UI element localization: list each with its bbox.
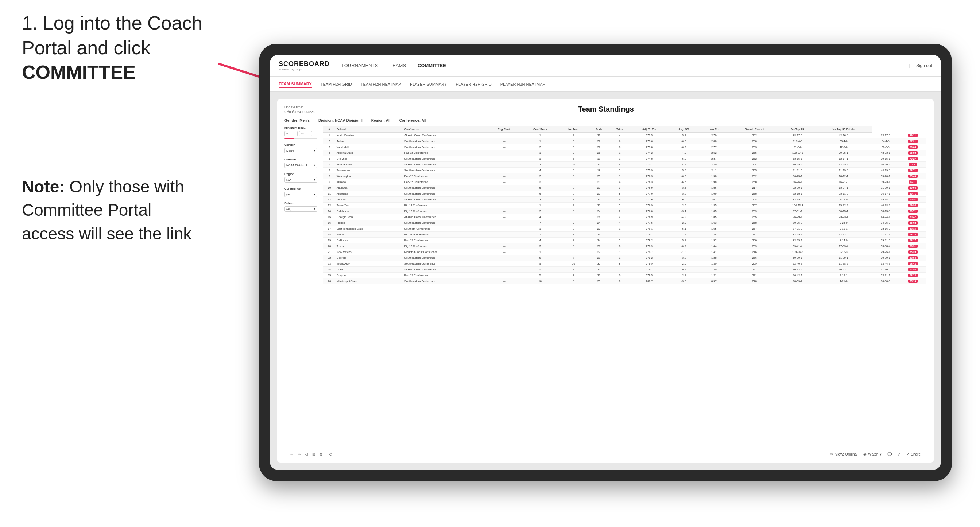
- comment-btn[interactable]: 💬: [887, 452, 892, 456]
- chevron-down-icon-3: ▾: [314, 178, 315, 181]
- toolbar-right: 👁 View: Original ◉ Watch ▾ 💬 ⤢: [830, 452, 921, 456]
- table-row: 12VirginiaAtlantic Coast Conference—3821…: [323, 197, 926, 203]
- school-select[interactable]: (All) ▾: [285, 206, 317, 212]
- comment-icon: 💬: [887, 452, 892, 456]
- table-row: 9ArizonaPac-12 Conference—38234276.3-6.6…: [323, 179, 926, 185]
- instruction-step: 1. Log into the Coach Portal and click C…: [22, 11, 226, 85]
- bottom-toolbar: ↩ ↪ ◁ ⊞ ⊕ · ⏱ 👁 View: Original ◉: [285, 449, 926, 459]
- nav-teams[interactable]: TEAMS: [390, 61, 406, 70]
- table-row: 6Florida StateAtlantic Coast Conference—…: [323, 162, 926, 168]
- sub-nav-player-h2h-heatmap[interactable]: PLAYER H2H HEATMAP: [500, 81, 545, 88]
- division-select-value: NCAA Division I: [286, 163, 307, 167]
- redo-icon[interactable]: ↪: [298, 452, 301, 456]
- step-number: 1.: [22, 13, 38, 33]
- sub-nav-team-summary[interactable]: TEAM SUMMARY: [278, 80, 312, 88]
- clock-icon[interactable]: ⏱: [329, 452, 332, 456]
- divider: |: [909, 63, 910, 68]
- region-select[interactable]: N/A ▾: [285, 177, 317, 183]
- table-row: 23Texas A&MSoutheastern Conference—91030…: [323, 261, 926, 267]
- sub-nav-team-h2h-heatmap[interactable]: TEAM H2H HEATMAP: [361, 81, 401, 88]
- table-row: 15Georgia TechAtlantic Coast Conference—…: [323, 214, 926, 220]
- table-row: 7TennesseeSoutheastern Conference—461822…: [323, 168, 926, 173]
- table-row: 20TexasBig 12 Conference—38268278.9-0.71…: [323, 243, 926, 249]
- col-avg-sg: Avg. SG: [669, 126, 699, 133]
- division-select[interactable]: NCAA Division I ▾: [285, 162, 317, 168]
- col-low-rd: Low Rd.: [699, 126, 729, 133]
- table-row: 19CaliforniaPac-12 Conference—48242278.2…: [323, 238, 926, 243]
- table-row: 11ArkansasSoutheastern Conference—682352…: [323, 191, 926, 197]
- back-icon[interactable]: ◁: [305, 452, 308, 456]
- region-select-value: N/A: [286, 178, 291, 181]
- region-filter-group: Region N/A ▾: [285, 172, 317, 183]
- min-rounds-range: [285, 131, 317, 136]
- division-filter-group: Division NCAA Division I ▾: [285, 158, 317, 168]
- table-row: 24DukeAtlantic Coast Conference—59271279…: [323, 267, 926, 273]
- min-rounds-label: Minimum Rou...: [285, 126, 317, 129]
- col-conf-rank: Conf Rank: [522, 126, 559, 133]
- region-label: Region:: [371, 119, 385, 122]
- table-row: 18IllinoisBig Ten Conference—18231279.1-…: [323, 232, 926, 238]
- fullscreen-icon: ⤢: [897, 452, 900, 456]
- gender-value: Men's: [299, 119, 310, 122]
- logo-main: SCOREBOARD: [278, 60, 330, 68]
- nav-committee[interactable]: COMMITTEE: [418, 61, 446, 70]
- conference-select[interactable]: (All) ▾: [285, 192, 317, 197]
- table-row: 10AlabamaSoutheastern Conference—5823327…: [323, 185, 926, 191]
- note-bold: Note:: [22, 177, 65, 196]
- main-content: Update time: 27/03/2024 16:56:26 Team St…: [270, 92, 941, 470]
- instruction-area: 1. Log into the Coach Portal and click C…: [22, 11, 226, 96]
- school-filter-group: School (All) ▾: [285, 202, 317, 212]
- table-row: 2AuburnSoutheastern Conference—19276273.…: [323, 138, 926, 144]
- content-card: Update time: 27/03/2024 16:56:26 Team St…: [277, 99, 934, 463]
- header-right: | Sign out: [909, 63, 932, 68]
- add-icon[interactable]: ⊕ ·: [320, 452, 325, 456]
- table-row: 13Texas TechBig 12 Conference—19272276.9…: [323, 203, 926, 208]
- watch-btn[interactable]: ◉ Watch ▾: [863, 452, 881, 456]
- card-header: Update time: 27/03/2024 16:56:26 Team St…: [285, 105, 926, 114]
- sign-out-link[interactable]: Sign out: [916, 63, 932, 68]
- view-original-btn[interactable]: 👁 View: Original: [830, 452, 858, 456]
- gender-select[interactable]: Men's ▾: [285, 148, 317, 154]
- filters-row: Gender: Men's Division: NCAA Division I …: [285, 119, 926, 122]
- copy-icon[interactable]: ⊞: [312, 452, 315, 456]
- table-row: 17East Tennessee StateSouthern Conferenc…: [323, 226, 926, 232]
- sub-nav-team-h2h-grid[interactable]: TEAM H2H GRID: [321, 81, 352, 88]
- col-rnds: Rnds: [588, 126, 609, 133]
- col-adj-to-par: Adj. To Par: [630, 126, 668, 133]
- sub-nav-player-h2h-grid[interactable]: PLAYER H2H GRID: [456, 81, 492, 88]
- undo-icon[interactable]: ↩: [290, 452, 293, 456]
- division-filter-label: Division: [285, 158, 317, 161]
- view-original-label: View: Original: [835, 452, 858, 456]
- watch-icon: ◉: [863, 452, 867, 456]
- conference-label: Conference:: [399, 119, 420, 122]
- school-filter-label: School: [285, 202, 317, 205]
- watch-label: Watch: [868, 452, 878, 456]
- col-conference: Conference: [403, 126, 487, 133]
- share-label: Share: [911, 452, 921, 456]
- card-title: Team Standings: [315, 105, 897, 113]
- table-header-row: # School Conference Reg Rank Conf Rank N…: [323, 126, 926, 133]
- chevron-down-icon-2: ▾: [314, 163, 315, 167]
- col-rank: #: [323, 126, 336, 133]
- chevron-down-icon-5: ▾: [314, 207, 315, 211]
- scoreboard-logo: SCOREBOARD Powered by clippd: [278, 60, 330, 71]
- sidebar-filters: Minimum Rou... Gender: [285, 126, 317, 449]
- share-icon: ↗: [906, 452, 909, 456]
- instruction-text: Log into the Coach Portal and click: [22, 13, 202, 58]
- nav-tournaments[interactable]: TOURNAMENTS: [341, 61, 378, 70]
- conference-filter-display: Conference: All: [399, 119, 426, 122]
- table-row: 3VanderbiltSoutheastern Conference—29278…: [323, 144, 926, 150]
- region-filter-display: Region: All: [371, 119, 391, 122]
- update-value: 27/03/2024 16:56:26: [285, 110, 315, 114]
- fullscreen-btn[interactable]: ⤢: [897, 452, 900, 456]
- conference-select-value: (All): [286, 193, 291, 196]
- tablet-screen: SCOREBOARD Powered by clippd TOURNAMENTS…: [270, 55, 941, 470]
- gender-filter-display: Gender: Men's: [285, 119, 310, 122]
- min-rounds-max[interactable]: [299, 131, 312, 136]
- share-btn[interactable]: ↗ Share: [906, 452, 921, 456]
- min-rounds-min[interactable]: [285, 131, 298, 136]
- sub-nav-player-summary[interactable]: PLAYER SUMMARY: [410, 81, 447, 88]
- table-row: 4Arizona StatePac-12 Conference—19261274…: [323, 150, 926, 156]
- table-row: 5Ole MissSoutheastern Conference—3618127…: [323, 156, 926, 162]
- committee-bold: COMMITTEE: [22, 62, 136, 83]
